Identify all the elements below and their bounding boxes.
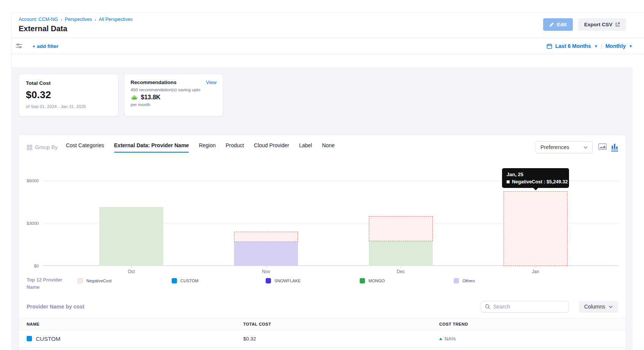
group-by-tab-product[interactable]: Product (226, 142, 244, 152)
total-cost-label: Total Cost (26, 80, 111, 86)
grid-icon (27, 145, 32, 150)
content-area: Total Cost $0.32 of Sep 01, 2024 - Jan 3… (12, 67, 633, 350)
preferences-dropdown[interactable]: Preferences (536, 141, 593, 153)
group-by-tab-cost-categories[interactable]: Cost Categories (66, 142, 104, 152)
x-axis-label-dec: Dec (397, 269, 405, 274)
calendar-icon (547, 43, 552, 49)
export-csv-button[interactable]: Export CSV (578, 18, 626, 31)
total-cost-card: Total Cost $0.32 of Sep 01, 2024 - Jan 3… (19, 74, 118, 116)
total-cost-value: $0.32 (26, 89, 111, 101)
breadcrumb-account[interactable]: Account: CCM-NG (19, 17, 58, 22)
tooltip-value: NegativeCost : $5,249.32 (512, 179, 568, 185)
chart-tooltip: Jan, 25 NegativeCost : $5,249.32 (502, 168, 569, 188)
group-by-tab-region[interactable]: Region (199, 142, 215, 152)
legend-label: NegativeCost (86, 278, 112, 283)
time-range-dropdown[interactable]: Last 6 Months (555, 43, 591, 49)
filter-bar: + add filter Last 6 Months ▼ | Monthly ▼ (12, 38, 644, 54)
legend-swatch-mongo (360, 278, 365, 283)
cost-chart: Jan, 25 NegativeCost : $5,249.32 $0$3000… (19, 159, 626, 274)
bar-chart-toggle-icon[interactable] (611, 143, 618, 151)
legend-item-others[interactable]: Others (454, 278, 548, 283)
legend-label: MONGO (368, 278, 385, 283)
legend-label: SNOWFLAKE (274, 278, 301, 283)
table-search[interactable] (481, 301, 569, 313)
chevron-down-icon[interactable]: ▼ (629, 44, 633, 48)
tooltip-date: Jan, 25 (507, 172, 564, 177)
y-axis-tick-label: $6000 (19, 178, 39, 183)
table-title: Provider Name by cost (27, 304, 84, 310)
provider-color-swatch (27, 336, 32, 341)
y-axis-tick-label: $3000 (19, 221, 39, 226)
columns-button[interactable]: Columns (579, 301, 618, 313)
group-by-tab-none[interactable]: None (322, 142, 335, 152)
breadcrumb-perspectives[interactable]: Perspectives (65, 17, 92, 22)
provider-name: CUSTOM (36, 336, 61, 342)
table-header-row: NAMETOTAL COSTCOST TREND (19, 318, 626, 330)
granularity-dropdown[interactable]: Monthly (605, 43, 626, 49)
legend-item-mongo[interactable]: MONGO (360, 278, 454, 283)
legend-label: CUSTOM (180, 278, 198, 283)
breadcrumb-all-perspectives[interactable]: All Perspectives (99, 17, 132, 22)
edit-button[interactable]: Edit (543, 18, 573, 31)
legend-item-snowflake[interactable]: SNOWFLAKE (266, 278, 360, 283)
chart-bar-nov-negativecost[interactable] (234, 232, 298, 242)
perspective-chart-card: Group By Cost CategoriesExternal Data: P… (19, 135, 626, 350)
table-row[interactable]: CUSTOM$0.32NA% (19, 330, 626, 348)
filter-sliders-icon[interactable] (16, 43, 22, 49)
breadcrumb-separator-icon: › (61, 17, 62, 22)
chart-bar-dec-negativecost[interactable] (369, 216, 433, 241)
chart-legend: Top 12 Provider Name NegativeCostCUSTOMS… (19, 274, 626, 291)
provider-cost-table: NAMETOTAL COSTCOST TREND CUSTOM$0.32NA% (19, 318, 626, 348)
pencil-icon (549, 22, 554, 27)
x-axis-label-oct: Oct (128, 269, 135, 274)
recommendations-view-link[interactable]: View (206, 80, 217, 85)
legend-swatch-others (454, 278, 459, 283)
x-axis-label-nov: Nov (262, 269, 270, 274)
recommendations-subtitle: 450 recommendation(s) saving upto (131, 88, 217, 92)
chart-bar-dec-mongo[interactable] (369, 241, 433, 266)
perspective-page: Account: CCM-NG › Perspectives › All Per… (11, 13, 644, 350)
chart-bar-oct-mongo[interactable] (99, 207, 163, 266)
legend-title: Top 12 Provider Name (27, 277, 69, 291)
table-toolbar: Provider Name by cost Columns (19, 291, 626, 318)
x-axis-tick (536, 266, 536, 268)
x-axis-tick (401, 266, 401, 268)
column-header-cost-trend[interactable]: COST TREND (439, 322, 626, 326)
recommendations-card: Recommendations View 450 recommendation(… (124, 74, 223, 116)
external-link-icon (615, 22, 620, 27)
group-by-tab-external-data-provider-name[interactable]: External Data: Provider Name (114, 142, 189, 153)
savings-per-month: per month (131, 102, 217, 107)
x-axis-tick (131, 266, 132, 268)
page-title: External Data (19, 24, 626, 33)
chart-bar-nov-others[interactable] (234, 242, 298, 266)
legend-item-negativecost[interactable]: NegativeCost (78, 278, 172, 283)
chevron-down-icon[interactable]: ▼ (594, 44, 598, 48)
recommendations-label: Recommendations (131, 80, 177, 85)
divider: | (601, 43, 603, 49)
legend-swatch-negativecost (78, 278, 83, 283)
legend-label: Others (462, 278, 475, 283)
legend-swatch-snowflake (266, 278, 271, 283)
group-by-tab-label[interactable]: Label (299, 142, 312, 152)
group-by-row: Group By Cost CategoriesExternal Data: P… (19, 140, 626, 153)
y-axis-tick-label: $0 (19, 264, 39, 268)
search-input[interactable] (493, 304, 565, 310)
column-header-total-cost[interactable]: TOTAL COST (243, 322, 439, 326)
header-actions: Edit Export CSV (543, 18, 626, 31)
x-axis-tick (266, 266, 266, 268)
legend-item-custom[interactable]: CUSTOM (172, 278, 266, 283)
search-icon (485, 304, 490, 309)
page-header: Account: CCM-NG › Perspectives › All Per… (12, 13, 644, 38)
group-by-tabs: Cost CategoriesExternal Data: Provider N… (66, 142, 335, 153)
group-by-tab-cloud-provider[interactable]: Cloud Provider (254, 142, 289, 152)
area-chart-toggle-icon[interactable] (598, 143, 607, 151)
savings-money-icon (131, 94, 138, 100)
savings-value: $13.8K (141, 94, 161, 101)
chevron-down-icon (609, 305, 613, 308)
add-filter-button[interactable]: + add filter (32, 43, 59, 49)
column-header-name[interactable]: NAME (19, 322, 243, 326)
chart-bar-jan-negativecost[interactable] (504, 191, 567, 266)
trend-value: NA% (445, 336, 456, 342)
tooltip-series-swatch (507, 180, 510, 183)
x-axis-label-jan: Jan (532, 269, 539, 274)
